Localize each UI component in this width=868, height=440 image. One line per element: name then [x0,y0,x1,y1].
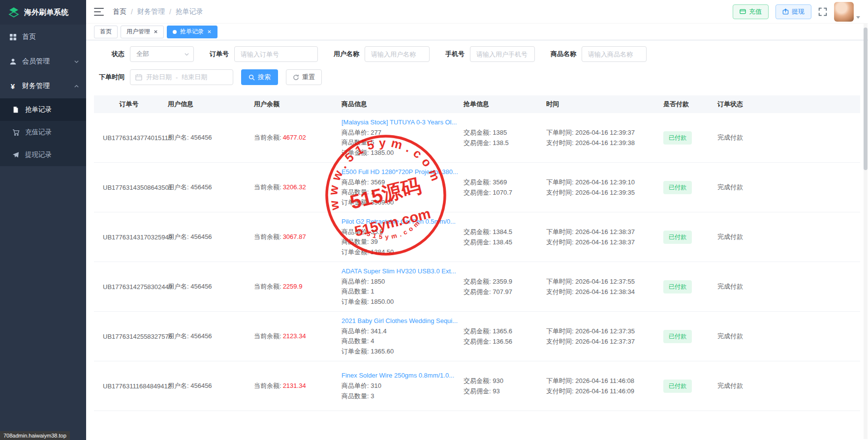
table-row: UB17763143774015115 用户名: 456456 当前余额:467… [94,113,860,163]
status-filter-label: 状态 [94,50,124,59]
product-unit-price: 商品单价: 1850 [341,277,460,287]
order-status-cell: 完成付款 [717,282,761,291]
status-select[interactable]: 全部 [130,46,194,62]
table-body: UB17763143774015115 用户名: 456456 当前余额:467… [94,113,860,411]
paid-cell: 已付款 [663,380,717,393]
chevron-up-icon [74,84,79,89]
user-menu-trigger[interactable] [834,2,860,22]
paper-plane-icon [12,151,20,159]
tab-label: 抢单记录 [180,28,204,36]
sidebar-item-home[interactable]: 首页 [0,25,86,49]
chevron-down-icon [74,59,79,64]
user-balance-cell: 当前余额:2259.9 [254,282,341,291]
order-time: 下单时间: 2026-04-16 12:37:35 [546,326,659,336]
header-order-no: 订单号 [94,100,168,109]
order-no-cell: UB17763143508643501 [94,184,168,191]
orders-table: 订单号 用户信息 用户余额 商品信息 抢单信息 时间 是否付款 订单状态 UB1… [94,95,860,411]
recharge-button[interactable]: 充值 [733,4,769,19]
balance-label: 当前余额: [254,283,281,290]
card-icon [740,8,746,15]
transaction-commission: 交易佣金: 93 [464,386,542,396]
time-cell: 下单时间: 2026-04-16 12:39:37 支付时间: 2026-04-… [546,127,663,148]
header-time: 时间 [546,100,663,109]
grab-info-cell: 交易金额: 1365.6 交易佣金: 136.56 [464,326,546,347]
tab-user-management[interactable]: 用户管理 [121,26,164,38]
order-status-cell: 完成付款 [717,183,761,192]
close-icon[interactable] [207,29,212,34]
sidebar: 海外刷单系统 首页 会员管理 ¥ 财务管理 抢单记录 [0,0,86,440]
fullscreen-icon[interactable] [818,7,827,16]
reset-button[interactable]: 重置 [286,69,322,85]
tab-home[interactable]: 首页 [94,26,118,38]
date-range-picker[interactable]: 开始日期 - 结束日期 [130,69,233,85]
paid-status-badge: 已付款 [663,181,692,194]
transaction-amount: 交易金额: 1384.5 [464,227,542,237]
phone-filter-label: 手机号 [445,50,465,59]
sidebar-item-members[interactable]: 会员管理 [0,49,86,74]
order-status-cell: 完成付款 [717,332,761,341]
sidebar-item-recharge-records[interactable]: 充值记录 [0,121,86,144]
grab-info-cell: 交易金额: 3569 交易佣金: 1070.7 [464,177,546,198]
sidebar-item-label: 提现记录 [25,150,52,159]
paid-cell: 已付款 [663,330,717,343]
user-balance-cell: 当前余额:4677.02 [254,133,341,142]
product-link[interactable]: ADATA Super Slim HV320 USB3.0 Ext... [341,266,460,276]
tab-grab-records[interactable]: 抢单记录 [167,26,217,38]
grab-info-cell: 交易金额: 1384.5 交易佣金: 138.45 [464,227,546,247]
header-paid: 是否付款 [663,100,717,109]
product-quantity: 商品数量: 1 [341,287,460,297]
sidebar-item-withdraw-records[interactable]: 提现记录 [0,144,86,166]
breadcrumb-separator: / [131,8,133,16]
product-link[interactable]: [Malaysia Stock] TUTUYA 0-3 Years Ol... [341,117,460,127]
header-user-info: 用户信息 [168,100,254,109]
sidebar-collapse-button[interactable] [94,8,104,16]
order-no-cell: UB17763111684849412 [94,382,168,390]
reset-button-label: 重置 [302,73,315,82]
sidebar-item-grab-records[interactable]: 抢单记录 [0,98,86,121]
product-unit-price: 商品单价: 3569 [341,177,460,188]
product-filter-label: 商品名称 [551,50,576,59]
table-row: UB17763143170325949 用户名: 456456 当前余额:306… [94,212,860,262]
product-name-input[interactable] [582,46,647,62]
withdraw-icon [782,8,789,15]
time-cell: 下单时间: 2026-04-16 12:37:55 支付时间: 2026-04-… [546,276,663,297]
pay-time: 支付时间: 2026-04-16 11:46:09 [546,386,659,396]
order-no-input[interactable] [234,46,318,62]
product-quantity: 商品数量: 5 [341,138,460,148]
sidebar-menu: 首页 会员管理 ¥ 财务管理 抢单记录 [0,25,86,166]
user-name-input[interactable] [365,46,430,62]
product-link[interactable]: Pilot G2 Retractable Gel Pen 0.5mm/0... [341,217,460,227]
paid-status-badge: 已付款 [663,380,692,393]
table-row: UB17763142558327576 用户名: 456456 当前余额:212… [94,312,860,361]
product-link[interactable]: E500 Full HD 1280*720P Projector 380... [341,167,460,177]
withdraw-button[interactable]: 提现 [775,4,811,19]
logo-text: 海外刷单系统 [24,8,68,17]
paid-cell: 已付款 [663,231,717,244]
product-info-cell: [Malaysia Stock] TUTUYA 0-3 Years Ol... … [341,117,464,158]
search-button[interactable]: 搜索 [241,69,278,85]
sidebar-item-label: 首页 [22,32,36,41]
breadcrumb-section[interactable]: 财务管理 [137,7,165,16]
status-select-value: 全部 [136,50,149,59]
order-no-cell: UB17763143774015115 [94,134,168,142]
transaction-commission: 交易佣金: 138.45 [464,237,542,247]
sidebar-item-finance[interactable]: ¥ 财务管理 [0,74,86,98]
transaction-amount: 交易金额: 1365.6 [464,326,542,336]
order-time: 下单时间: 2026-04-16 11:46:08 [546,376,659,386]
main-area: 首页 / 财务管理 / 抢单记录 充值 提现 首页 [86,0,868,440]
finance-submenu: 抢单记录 充值记录 提现记录 [0,98,86,166]
product-unit-price: 商品单价: 341.4 [341,326,460,337]
close-icon[interactable] [154,29,158,34]
chevron-down-icon [184,52,189,57]
product-link[interactable]: Finex Solder Wire 250gms 0.8mm/1.0... [341,371,460,381]
transaction-commission: 交易佣金: 707.97 [464,287,542,297]
product-link[interactable]: 2021 Baby Girl Clothes Wedding Sequi... [341,316,460,326]
tab-label: 用户管理 [126,28,150,36]
product-info-cell: Pilot G2 Retractable Gel Pen 0.5mm/0... … [341,217,464,258]
user-info-cell: 用户名: 456456 [168,282,254,291]
vertical-scrollbar[interactable] [864,24,868,439]
scrollbar-thumb[interactable] [864,28,868,170]
breadcrumb-home[interactable]: 首页 [113,7,126,16]
dashboard-icon [9,33,17,41]
phone-input[interactable] [470,46,535,62]
